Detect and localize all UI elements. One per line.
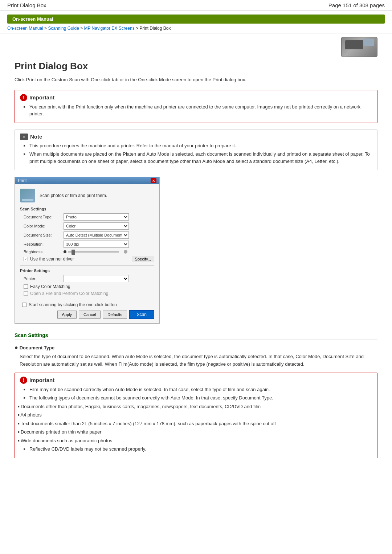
dialog-titlebar: Print ✕ [15, 177, 159, 184]
note-box: ≡ Note This procedure requires the machi… [15, 130, 377, 171]
dialog-resolution-select[interactable]: 300 dpi [64, 241, 129, 248]
breadcrumb-item-3[interactable]: MP Navigator EX Screens [84, 26, 135, 31]
dialog-scan-button[interactable]: Scan [129, 310, 154, 319]
main-content: Print Dialog Box Click Print on the Cust… [0, 57, 392, 476]
dialog-document-type-select[interactable]: Photo [64, 213, 129, 221]
dialog-easy-color-checkbox[interactable] [24, 284, 28, 289]
printer-image-area [0, 33, 392, 57]
dialog-document-size-row: Document Size: Auto Detect (Multiple Doc… [20, 231, 154, 239]
dialog-easy-color-label: Easy Color Matching [30, 284, 70, 289]
important-title-2: Important [29, 377, 54, 383]
dialog-defaults-button[interactable]: Defaults [103, 311, 127, 319]
dialog-brightness-row: Brightness: [20, 250, 154, 254]
dialog-title: Print [18, 178, 27, 183]
note-item-1: This procedure requires the machine and … [24, 142, 372, 149]
important-title-1: Important [29, 94, 54, 100]
important-list-2: Film may not be scanned correctly when A… [20, 386, 372, 453]
dialog-color-mode-row: Color Mode: Color [20, 222, 154, 230]
bullet-dot: ● [15, 344, 18, 351]
breadcrumb-item-2[interactable]: Scanning Guide [48, 26, 79, 31]
important-list-1: You can print with the Print function on… [20, 103, 372, 118]
important2-item-1: Film may not be scanned correctly when A… [24, 386, 372, 393]
important2-item-3: - Documents other than photos, Hagaki, b… [18, 403, 372, 410]
document-type-description: Select the type of document to be scanne… [15, 353, 377, 368]
dialog-resolution-label: Resolution: [24, 242, 64, 246]
printer-image [341, 37, 377, 57]
page-header: Print Dialog Box Page 151 of 308 pages [0, 0, 392, 11]
dialog-start-scanning-label: Start scanning by clicking the one-click… [29, 302, 117, 307]
brightness-thumb[interactable] [72, 250, 75, 255]
important2-item-5: - Text documents smaller than 2L (5 inch… [18, 420, 372, 427]
dialog-printer-label: Printer: [24, 276, 64, 281]
dialog-separator-2 [20, 299, 154, 299]
scan-settings-heading: Scan Settings [15, 332, 377, 340]
important-header-1: ! Important [20, 94, 372, 101]
dialog-color-mode-select[interactable]: Color [64, 222, 129, 230]
dialog-open-file-row: Open a File and Perform Color Matching [20, 291, 154, 296]
dialog-printer-select[interactable] [64, 275, 129, 282]
dialog-brightness-label: Brightness: [24, 250, 64, 254]
dialog-document-type-row: Document Type: Photo [20, 213, 154, 221]
breadcrumb-item-1[interactable]: On-screen Manual [7, 26, 43, 31]
dialog-close-button[interactable]: ✕ [151, 178, 156, 183]
important-icon-1: ! [20, 94, 27, 101]
breadcrumb-item-current: Print Dialog Box [139, 26, 171, 31]
note-header: ≡ Note [20, 134, 372, 140]
important2-item-7: - Wide documents such as panoramic photo… [18, 437, 372, 444]
dialog-scan-settings-label: Scan Settings [20, 207, 154, 211]
dialog-color-mode-label: Color Mode: [24, 224, 64, 228]
dialog-scanner-driver-row: ✓ Use the scanner driver Specify... [20, 256, 154, 262]
dialog-icon-row: Scan photos or film and print them. [20, 189, 154, 202]
important2-item-6: - Documents printed on thin white paper [18, 428, 372, 436]
dialog-apply-button[interactable]: Apply [57, 311, 77, 319]
dialog-easy-color-row: Easy Color Matching [20, 284, 154, 289]
document-type-label: Document Type [20, 345, 55, 350]
dialog-printer-row: Printer: [20, 275, 154, 282]
main-title: Print Dialog Box [15, 61, 377, 72]
important2-item-4: - A4 photos [18, 411, 372, 419]
brightness-end-marker [124, 250, 127, 254]
important-item-1-1: You can print with the Print function on… [24, 103, 372, 118]
page-header-title: Print Dialog Box [7, 2, 46, 8]
important2-item-8: Reflective CD/DVD labels may not be scan… [24, 446, 372, 453]
brightness-dot [64, 250, 66, 253]
dialog-printer-settings-label: Printer Settings [20, 268, 154, 273]
dialog-start-scanning-checkbox[interactable] [22, 303, 26, 307]
document-type-heading: ● Document Type [15, 344, 377, 351]
dialog-separator-1 [20, 265, 154, 266]
dialog-document-type-label: Document Type: [24, 215, 64, 219]
note-icon: ≡ [20, 134, 28, 140]
important-header-2: ! Important [20, 377, 372, 384]
dialog-specify-button[interactable]: Specify... [132, 256, 154, 262]
dialog-body: Scan photos or film and print them. Scan… [15, 184, 159, 323]
dialog-cancel-button[interactable]: Cancel [79, 311, 101, 319]
dialog-open-file-label: Open a File and Perform Color Matching [30, 291, 108, 296]
important-box-2: ! Important Film may not be scanned corr… [15, 373, 377, 458]
dialog-scanner-icon [20, 189, 35, 202]
note-list: This procedure requires the machine and … [20, 142, 372, 165]
dialog-scanner-driver-label: Use the scanner driver [30, 257, 74, 262]
green-banner: On-screen Manual [7, 15, 385, 24]
important2-item-2: The following types of documents cannot … [24, 394, 372, 402]
dialog-icon-text: Scan photos or film and print them. [40, 193, 107, 198]
dialog-document-size-select[interactable]: Auto Detect (Multiple Documents) [64, 231, 129, 239]
important-icon-2: ! [20, 377, 27, 384]
dialog-resolution-row: Resolution: 300 dpi [20, 241, 154, 248]
dialog-start-scanning-row: Start scanning by clicking the one-click… [20, 302, 154, 307]
important-box-1: ! Important You can print with the Print… [15, 90, 377, 123]
note-title: Note [30, 134, 42, 140]
dialog-scanner-driver-checkbox[interactable]: ✓ [24, 257, 28, 261]
dialog-bottom-buttons: Apply Cancel Defaults Scan [20, 310, 154, 319]
breadcrumb: On-screen Manual > Scanning Guide > MP N… [0, 24, 392, 33]
dialog-document-size-label: Document Size: [24, 233, 64, 237]
dialog-open-file-checkbox[interactable] [24, 291, 28, 296]
print-dialog-mockup: Print ✕ Scan photos or film and print th… [15, 177, 160, 324]
note-item-2: When multiple documents are placed on th… [24, 151, 372, 165]
intro-text: Click Print on the Custom Scan with One-… [15, 76, 377, 83]
page-header-pagination: Page 151 of 308 pages [328, 2, 385, 8]
brightness-track[interactable] [68, 251, 119, 253]
